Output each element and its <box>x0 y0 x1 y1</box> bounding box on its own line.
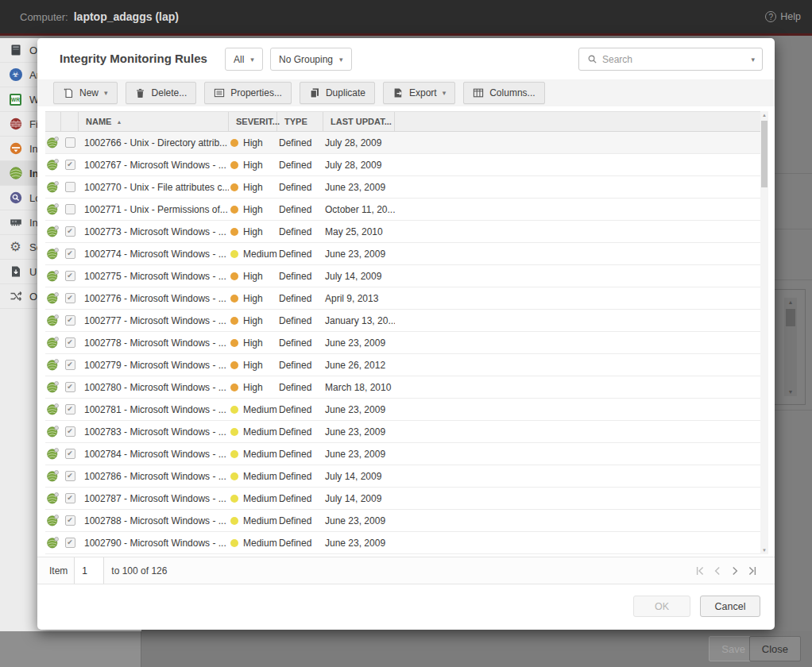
firewall-icon <box>9 118 22 131</box>
rule-last-updated: July 28, 2009 <box>323 154 395 175</box>
properties-button[interactable]: Properties... <box>204 82 292 104</box>
search-box[interactable]: ▾ <box>578 48 763 71</box>
column-header-lastupdat[interactable]: LAST UPDAT... <box>323 112 395 131</box>
severity-label: High <box>243 293 263 304</box>
rule-checkbox[interactable]: ✔ <box>65 160 75 170</box>
column-header-name[interactable]: NAME▲ <box>79 112 229 131</box>
vertical-scrollbar[interactable]: ▲ ▼ <box>760 111 768 554</box>
rule-checkbox-cell: ✔ <box>61 154 79 175</box>
search-icon <box>586 54 597 65</box>
help-button[interactable]: ? Help <box>765 11 801 22</box>
web-reputation-icon: WR <box>9 93 22 106</box>
table-row[interactable]: ✔1002776 - Microsoft Windows - ...HighDe… <box>45 287 760 310</box>
table-row[interactable]: ✔1002775 - Microsoft Windows - ...HighDe… <box>45 265 760 287</box>
integrity-rule-icon <box>45 265 61 287</box>
columns-button[interactable]: Columns... <box>463 82 544 104</box>
table-row[interactable]: ✔1002778 - Microsoft Windows - ...HighDe… <box>45 332 760 354</box>
scroll-up-icon[interactable]: ▲ <box>760 111 768 119</box>
rule-checkbox[interactable]: ✔ <box>65 360 75 370</box>
rule-severity: High <box>229 310 277 331</box>
table-row[interactable]: 1002771 - Unix - Permissions of...HighDe… <box>45 199 760 221</box>
rule-severity: High <box>229 376 277 398</box>
rule-checkbox-cell: ✔ <box>61 510 79 531</box>
rule-checkbox[interactable]: ✔ <box>65 426 75 437</box>
rule-name: 1002779 - Microsoft Windows - ... <box>79 354 229 376</box>
table-row[interactable]: 1002766 - Unix - Directory attrib...High… <box>45 132 760 154</box>
ok-button[interactable]: OK <box>633 596 690 617</box>
rule-type: Defined <box>277 132 323 153</box>
log-inspection-icon <box>9 191 22 205</box>
rule-checkbox[interactable]: ✔ <box>65 449 75 459</box>
column-header-severit[interactable]: SEVERIT... <box>229 112 277 131</box>
table-row[interactable]: ✔1002783 - Microsoft Windows - ...Medium… <box>45 421 760 443</box>
page-input[interactable] <box>74 557 104 584</box>
rule-checkbox[interactable]: ✔ <box>65 382 75 392</box>
table-row[interactable]: ✔1002780 - Microsoft Windows - ...HighDe… <box>45 376 760 399</box>
chevron-down-icon[interactable]: ▾ <box>751 56 755 64</box>
rule-checkbox[interactable] <box>65 137 75 148</box>
table-row[interactable]: ✔1002779 - Microsoft Windows - ...HighDe… <box>45 354 760 376</box>
rule-checkbox[interactable]: ✔ <box>65 404 75 414</box>
titlebar: Computer: laptop_adaggs (lap) ? Help <box>0 0 812 36</box>
rule-name: 1002788 - Microsoft Windows - ... <box>79 510 229 531</box>
first-page-button[interactable] <box>695 566 705 576</box>
new-button[interactable]: New▾ <box>53 82 118 104</box>
rule-checkbox[interactable]: ✔ <box>65 249 75 259</box>
severity-dot-icon <box>230 450 238 458</box>
rule-severity: High <box>229 287 277 309</box>
settings-icon: ⚙ <box>9 241 22 254</box>
table-row[interactable]: ✔1002784 - Microsoft Windows - ...Medium… <box>45 443 760 465</box>
table-row[interactable]: ✔1002788 - Microsoft Windows - ...Medium… <box>45 510 760 532</box>
search-input[interactable] <box>602 54 746 65</box>
duplicate-icon <box>309 87 320 98</box>
integrity-rule-icon <box>45 199 61 220</box>
table-row[interactable]: ✔1002787 - Microsoft Windows - ...Medium… <box>45 488 760 510</box>
rule-checkbox[interactable] <box>65 204 75 214</box>
table-row[interactable]: ✔1002781 - Microsoft Windows - ...Medium… <box>45 399 760 421</box>
severity-dot-icon <box>230 183 238 191</box>
rule-checkbox[interactable]: ✔ <box>65 515 75 526</box>
rule-last-updated: June 23, 2009 <box>323 510 395 531</box>
rule-name: 1002777 - Microsoft Windows - ... <box>79 310 229 331</box>
rule-type: Defined <box>277 354 323 376</box>
severity-label: Medium <box>243 515 277 526</box>
filter-dropdown[interactable]: All ▾ <box>225 48 263 71</box>
rule-checkbox[interactable]: ✔ <box>65 315 75 326</box>
scroll-thumb[interactable] <box>761 121 768 187</box>
rule-last-updated: June 23, 2009 <box>323 332 395 353</box>
export-button[interactable]: Export▾ <box>383 82 455 104</box>
severity-dot-icon <box>230 539 238 547</box>
rule-checkbox[interactable]: ✔ <box>65 538 75 548</box>
column-header-type[interactable]: TYPE <box>277 112 323 131</box>
table-row[interactable]: ✔1002777 - Microsoft Windows - ...HighDe… <box>45 310 760 332</box>
prev-page-button[interactable] <box>713 566 722 576</box>
rule-checkbox[interactable]: ✔ <box>65 471 75 481</box>
delete-button[interactable]: Delete... <box>126 82 197 104</box>
next-page-button[interactable] <box>730 566 740 576</box>
table-row[interactable]: ✔1002786 - Microsoft Windows - ...Medium… <box>45 465 760 488</box>
table-row[interactable]: ✔1002767 - Microsoft Windows - ...HighDe… <box>45 154 760 176</box>
table-row[interactable]: ✔1002774 - Microsoft Windows - ...Medium… <box>45 243 760 265</box>
rule-checkbox[interactable]: ✔ <box>65 493 75 503</box>
severity-label: Medium <box>243 493 277 504</box>
duplicate-button[interactable]: Duplicate <box>300 82 375 104</box>
table-row[interactable]: 1002770 - Unix - File attributes c...Hig… <box>45 176 760 199</box>
rule-checkbox[interactable]: ✔ <box>65 226 75 237</box>
severity-dot-icon <box>230 384 238 391</box>
cancel-button[interactable]: Cancel <box>700 596 760 617</box>
scroll-down-icon[interactable]: ▼ <box>760 546 768 554</box>
grouping-dropdown[interactable]: No Grouping ▾ <box>270 48 352 71</box>
close-button[interactable]: Close <box>749 636 801 661</box>
table-row[interactable]: ✔1002773 - Microsoft Windows - ...HighDe… <box>45 221 760 243</box>
rule-checkbox[interactable] <box>65 182 75 192</box>
rule-checkbox[interactable]: ✔ <box>65 271 75 281</box>
table-row[interactable]: ✔1002790 - Microsoft Windows - ...Medium… <box>45 532 760 554</box>
rule-checkbox[interactable]: ✔ <box>65 293 75 303</box>
rule-name: 1002778 - Microsoft Windows - ... <box>79 332 229 353</box>
column-header-filler <box>395 112 760 131</box>
rule-severity: Medium <box>229 243 277 264</box>
bottom-bar: Save Close <box>0 631 812 667</box>
rule-checkbox[interactable]: ✔ <box>65 337 75 348</box>
last-page-button[interactable] <box>748 566 757 576</box>
rule-checkbox-cell: ✔ <box>61 488 79 509</box>
